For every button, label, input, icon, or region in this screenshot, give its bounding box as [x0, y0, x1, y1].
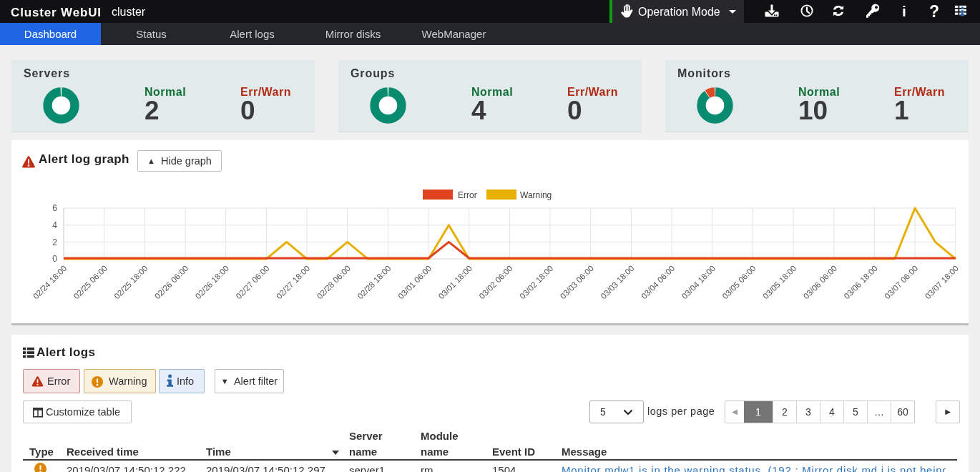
svg-text:02/27 06:00: 02/27 06:00 — [234, 264, 270, 300]
svg-text:4: 4 — [52, 220, 57, 230]
svg-text:02/25 06:00: 02/25 06:00 — [72, 264, 109, 300]
svg-text:03/01 06:00: 03/01 06:00 — [396, 264, 433, 300]
svg-text:02/25 18:00: 02/25 18:00 — [112, 264, 149, 300]
svg-text:2: 2 — [52, 237, 57, 247]
svg-text:03/04 18:00: 03/04 18:00 — [680, 264, 717, 300]
svg-text:0: 0 — [52, 254, 57, 264]
svg-text:02/28 18:00: 02/28 18:00 — [356, 264, 392, 300]
svg-text:02/26 06:00: 02/26 06:00 — [153, 264, 190, 300]
svg-text:03/06 18:00: 03/06 18:00 — [842, 264, 878, 300]
svg-text:03/06 06:00: 03/06 06:00 — [802, 264, 838, 300]
svg-text:03/01 18:00: 03/01 18:00 — [437, 264, 474, 300]
svg-text:Warning: Warning — [520, 190, 552, 200]
svg-text:03/03 06:00: 03/03 06:00 — [559, 264, 595, 300]
svg-text:03/02 18:00: 03/02 18:00 — [518, 264, 554, 300]
svg-text:03/07 06:00: 03/07 06:00 — [883, 264, 919, 300]
svg-text:03/02 06:00: 03/02 06:00 — [477, 264, 514, 300]
svg-text:03/07 18:00: 03/07 18:00 — [923, 264, 960, 300]
svg-text:03/05 06:00: 03/05 06:00 — [720, 264, 757, 300]
svg-text:02/27 18:00: 02/27 18:00 — [275, 264, 311, 300]
svg-text:03/05 18:00: 03/05 18:00 — [761, 264, 798, 300]
svg-text:03/03 18:00: 03/03 18:00 — [599, 264, 635, 300]
svg-text:02/28 06:00: 02/28 06:00 — [315, 264, 352, 300]
svg-text:03/04 06:00: 03/04 06:00 — [640, 264, 676, 300]
svg-text:02/24 18:00: 02/24 18:00 — [31, 264, 68, 300]
svg-text:02/26 18:00: 02/26 18:00 — [194, 264, 230, 300]
svg-text:6: 6 — [52, 203, 57, 213]
svg-text:Error: Error — [458, 190, 477, 200]
